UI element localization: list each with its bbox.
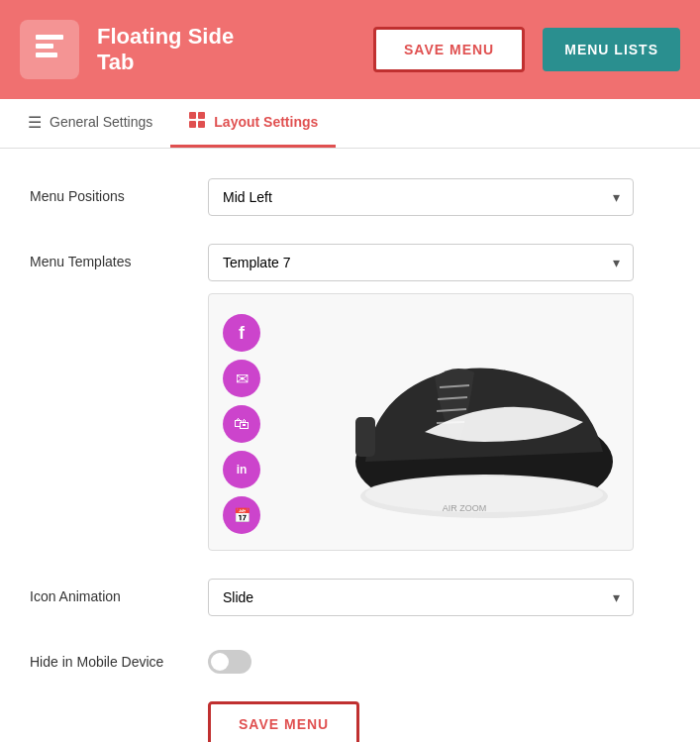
svg-rect-0 [36, 35, 63, 40]
svg-rect-2 [36, 53, 57, 57]
svg-rect-3 [189, 112, 196, 119]
layout-settings-icon [188, 111, 206, 133]
menu-templates-row: Menu Templates Template 1 Template 2 Tem… [30, 244, 670, 551]
icon-animation-select-wrapper: Slide Bounce Spin Fade None ▾ [208, 579, 634, 616]
logo-icon [32, 29, 67, 71]
header-menu-lists-button[interactable]: MENU LISTS [543, 28, 680, 71]
general-settings-icon: ☰ [28, 113, 42, 132]
hide-mobile-control [208, 644, 670, 674]
menu-positions-row: Menu Positions Mid Left Top Left Bottom … [30, 178, 670, 216]
hide-mobile-row: Hide in Mobile Device [30, 644, 670, 674]
header-save-button[interactable]: SAVE MENU [373, 27, 525, 72]
hide-mobile-toggle[interactable] [208, 650, 251, 674]
shoe-svg: AIR ZOOM [306, 313, 623, 531]
icon-animation-control: Slide Bounce Spin Fade None ▾ [208, 579, 670, 616]
bag-float-icon[interactable]: 🛍 [223, 405, 260, 443]
menu-templates-label: Menu Templates [30, 244, 188, 269]
header: Floating Side Tab SAVE MENU MENU LISTS [0, 0, 700, 99]
floating-icons-panel: f ✉ 🛍 in 📅 [223, 314, 260, 534]
menu-positions-control: Mid Left Top Left Bottom Left Mid Right … [208, 178, 670, 216]
icon-animation-select[interactable]: Slide Bounce Spin Fade None [208, 579, 634, 616]
facebook-float-icon[interactable]: f [223, 314, 260, 352]
menu-positions-select[interactable]: Mid Left Top Left Bottom Left Mid Right … [208, 178, 634, 216]
svg-text:AIR ZOOM: AIR ZOOM [443, 503, 487, 513]
calendar-float-icon[interactable]: 📅 [223, 496, 260, 534]
icon-animation-label: Icon Animation [30, 579, 188, 604]
menu-positions-select-wrapper: Mid Left Top Left Bottom Left Mid Right … [208, 178, 634, 216]
hide-mobile-label: Hide in Mobile Device [30, 644, 188, 670]
linkedin-float-icon[interactable]: in [223, 451, 260, 488]
toggle-slider [208, 650, 251, 674]
template-preview-image: AIR ZOOM [209, 294, 633, 550]
hide-mobile-toggle-wrapper [208, 644, 670, 674]
menu-positions-label: Menu Positions [30, 178, 188, 204]
app-title: Floating Side Tab [97, 24, 355, 75]
tabs-bar: ☰ General Settings Layout Settings [0, 99, 700, 149]
bottom-save-wrapper: SAVE MENU [208, 701, 670, 742]
menu-templates-select[interactable]: Template 1 Template 2 Template 3 Templat… [208, 244, 634, 281]
menu-templates-control: Template 1 Template 2 Template 3 Templat… [208, 244, 670, 551]
bottom-save-button[interactable]: SAVE MENU [208, 701, 359, 742]
email-float-icon[interactable]: ✉ [223, 360, 260, 397]
svg-rect-4 [198, 112, 205, 119]
icon-animation-row: Icon Animation Slide Bounce Spin Fade No… [30, 579, 670, 616]
tab-general-settings-label: General Settings [50, 114, 152, 130]
tab-general-settings[interactable]: ☰ General Settings [10, 101, 170, 147]
menu-templates-select-wrapper: Template 1 Template 2 Template 3 Templat… [208, 244, 634, 281]
main-content: Menu Positions Mid Left Top Left Bottom … [0, 149, 700, 742]
svg-rect-1 [36, 44, 53, 49]
tab-layout-settings[interactable]: Layout Settings [170, 99, 336, 148]
svg-rect-5 [189, 121, 196, 128]
tab-layout-settings-label: Layout Settings [214, 114, 318, 130]
svg-rect-6 [198, 121, 205, 128]
svg-rect-14 [355, 417, 375, 457]
template-preview-box: f ✉ 🛍 in 📅 [208, 293, 634, 551]
svg-line-13 [437, 422, 464, 423]
app-logo [20, 20, 79, 79]
